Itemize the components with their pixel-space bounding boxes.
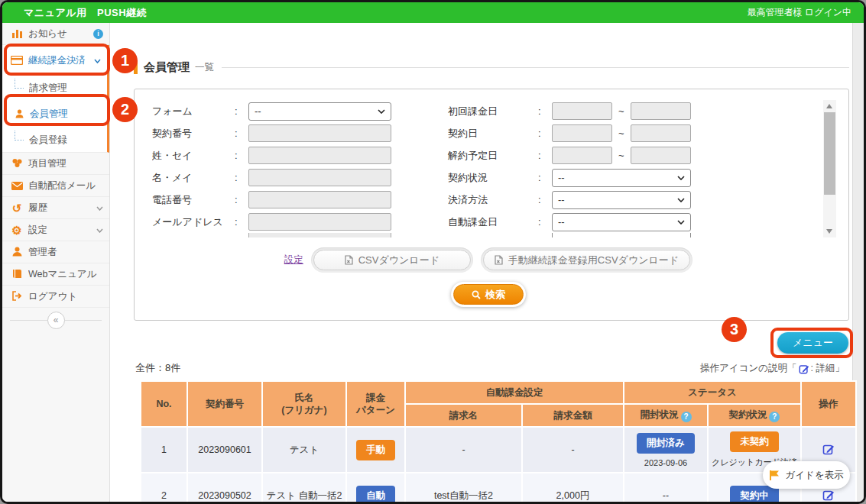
edit-icon[interactable] bbox=[822, 443, 835, 455]
sidebar-item-field-management[interactable]: 項目管理 bbox=[2, 153, 109, 175]
scrollbar-thumb[interactable] bbox=[824, 112, 835, 195]
form-row-contract-state: 契約状況 : -- bbox=[448, 166, 731, 189]
col-header-open-status: 開封状況? bbox=[624, 404, 708, 427]
sidebar-item-label: 履歴 bbox=[28, 202, 91, 215]
form-row-email: メールアドレス : bbox=[152, 211, 412, 233]
first-billing-date-to-input[interactable] bbox=[631, 102, 691, 120]
form-row-first-name: 名・メイ : bbox=[152, 166, 412, 189]
total-count: 全件：8件 bbox=[135, 361, 180, 375]
form-select[interactable]: -- bbox=[248, 102, 391, 121]
form-row-clipped bbox=[448, 233, 731, 237]
top-bar: マニュアル用 PUSH継続 最高管理者様 ログイン中 bbox=[2, 2, 864, 23]
manual-csv-download-button[interactable]: 手動継続課金登録用CSVダウンロード bbox=[481, 247, 692, 273]
annotation-step-3: 3 bbox=[722, 317, 747, 342]
page-title: 会員管理 bbox=[144, 60, 190, 75]
pattern-badge: 自動 bbox=[356, 486, 395, 504]
sidebar-item-history[interactable]: ↺ 履歴 bbox=[2, 197, 109, 219]
col-group-status: ステータス bbox=[624, 381, 801, 404]
phone-input[interactable] bbox=[248, 191, 391, 208]
search-form-left-column: フォーム : -- 契約番号 : bbox=[152, 100, 412, 237]
col-header-bill-name: 請求名 bbox=[405, 404, 522, 427]
contract-state-select[interactable]: -- bbox=[552, 169, 691, 187]
select-value: -- bbox=[558, 194, 565, 205]
clipped-select[interactable] bbox=[552, 233, 691, 237]
form-row-first-billing-date: 初回課金日 : ~ bbox=[448, 100, 731, 122]
header-pattern-line1: 課金 bbox=[349, 392, 403, 404]
payment-method-select[interactable]: -- bbox=[552, 191, 691, 209]
person-icon bbox=[15, 108, 24, 120]
help-icon[interactable]: ? bbox=[769, 412, 780, 422]
col-header-billing-pattern: 課金 パターン bbox=[346, 381, 405, 427]
header-name-line2: (フリガナ) bbox=[264, 404, 344, 416]
sidebar-item-billing-management[interactable]: 請求管理 bbox=[2, 76, 107, 100]
first-name-input[interactable] bbox=[248, 169, 391, 186]
sidebar-item-label: 設定 bbox=[28, 224, 91, 237]
help-icon[interactable]: ? bbox=[681, 412, 692, 422]
sidebar-item-member-management[interactable]: 会員管理 bbox=[2, 100, 107, 128]
search-button[interactable]: 検索 bbox=[451, 282, 526, 307]
gear-icon: ⚙ bbox=[11, 225, 23, 236]
sidebar-collapse-button[interactable]: « bbox=[47, 312, 65, 329]
search-button-row: 検索 bbox=[152, 282, 825, 307]
auto-billing-date-select[interactable]: -- bbox=[552, 213, 691, 231]
menu-button[interactable]: メニュー bbox=[777, 332, 848, 354]
contract-date-from-input[interactable] bbox=[552, 124, 612, 142]
csv-download-button[interactable]: CSVダウンロード bbox=[311, 247, 473, 273]
sidebar-item-web-manual[interactable]: Webマニュアル bbox=[2, 263, 109, 286]
cancel-date-from-input[interactable] bbox=[552, 147, 612, 164]
search-panel: フォーム : -- 契約番号 : bbox=[134, 89, 849, 321]
info-icon[interactable]: i bbox=[93, 29, 103, 39]
contract-status-label: 契約状況 bbox=[728, 409, 767, 420]
cell-bill-name: test自動一括2 bbox=[405, 473, 522, 504]
cell-billing-pattern: 手動 bbox=[346, 427, 405, 473]
sidebar-item-auto-mail[interactable]: 自動配信メール bbox=[2, 175, 109, 197]
colon: : bbox=[235, 150, 248, 161]
form-row-cancel-date: 解約予定日 : ~ bbox=[448, 144, 731, 166]
contract-number-input[interactable] bbox=[248, 124, 391, 142]
colon: : bbox=[538, 172, 552, 183]
sidebar-item-administrator[interactable]: 管理者 bbox=[2, 241, 109, 263]
edit-icon[interactable] bbox=[822, 489, 835, 501]
annotation-step-1: 1 bbox=[112, 48, 138, 73]
login-status: 最高管理者様 ログイン中 bbox=[748, 6, 851, 19]
sidebar-item-label: 管理者 bbox=[28, 246, 103, 259]
first-billing-date-from-input[interactable] bbox=[552, 102, 612, 120]
cell-bill-amount: 2,000円 bbox=[522, 473, 624, 504]
sidebar-item-label: 請求管理 bbox=[29, 82, 101, 95]
field-label: 契約番号 bbox=[152, 127, 235, 141]
form-scrollbar[interactable] bbox=[823, 100, 836, 237]
csv-actions-row: 設定 CSVダウンロード 手動継続課金登録用CSVダウンロード bbox=[152, 247, 825, 273]
email-input[interactable] bbox=[248, 213, 391, 231]
cell-name: テスト bbox=[262, 427, 346, 473]
sidebar-item-settings[interactable]: ⚙ 設定 bbox=[2, 219, 109, 241]
sidebar-item-member-registration[interactable]: 会員登録 bbox=[2, 128, 107, 152]
show-guide-button[interactable]: ガイドを表示 bbox=[763, 461, 850, 489]
form-row-contract-number: 契約番号 : bbox=[152, 122, 412, 144]
range-tilde: ~ bbox=[618, 128, 624, 139]
contract-date-to-input[interactable] bbox=[631, 124, 691, 142]
colon: : bbox=[538, 105, 552, 117]
table-row: 1 2023090601 テスト 手動 - - 開封済み 2023-09-06 … bbox=[141, 427, 856, 473]
col-header-operation: 操作 bbox=[801, 381, 856, 427]
last-name-input[interactable] bbox=[248, 147, 391, 164]
scroll-up-arrow-icon[interactable] bbox=[826, 104, 832, 108]
sidebar-item-recurring-billing[interactable]: 継続課金決済 bbox=[2, 45, 107, 76]
sidebar-item-label: 継続課金決済 bbox=[28, 54, 89, 67]
cancel-date-to-input[interactable] bbox=[631, 147, 691, 164]
colon: : bbox=[235, 105, 248, 117]
field-label: 初回課金日 bbox=[448, 105, 538, 118]
clipped-input[interactable] bbox=[248, 233, 391, 237]
form-row-contract-date: 契約日 : ~ bbox=[448, 122, 731, 144]
file-icon bbox=[495, 255, 503, 265]
title-rule bbox=[222, 67, 849, 68]
sidebar-collapse-row: « bbox=[2, 309, 109, 331]
tree-line bbox=[15, 79, 24, 89]
sidebar-item-logout[interactable]: ログアウト bbox=[2, 286, 109, 308]
settings-link[interactable]: 設定 bbox=[284, 254, 303, 267]
field-label: フォーム bbox=[152, 105, 235, 118]
scroll-down-arrow-icon[interactable] bbox=[826, 229, 832, 234]
colon: : bbox=[538, 194, 552, 205]
app-window: マニュアル用 PUSH継続 最高管理者様 ログイン中 お知らせ i 継続課金決済 bbox=[0, 0, 866, 504]
sidebar-item-label: お知らせ bbox=[28, 27, 88, 40]
sidebar-item-news[interactable]: お知らせ i bbox=[2, 23, 109, 45]
